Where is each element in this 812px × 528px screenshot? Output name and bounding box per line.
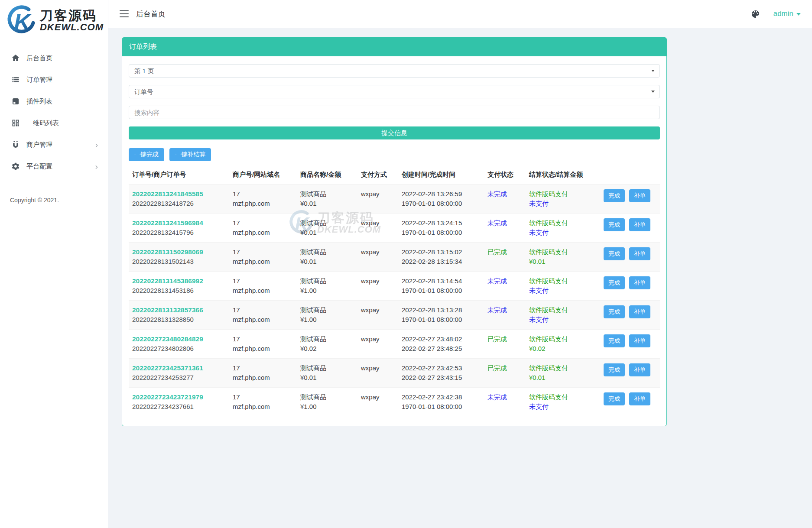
gear-icon (11, 162, 20, 171)
complete-button[interactable]: 完成 (604, 218, 625, 231)
col-header-time: 创建时间/完成时间 (398, 165, 484, 185)
sidebar-item-orders[interactable]: 订单管理 (0, 69, 108, 91)
brand-k-icon (4, 4, 36, 36)
product-name: 测试商品 (300, 334, 354, 344)
finished-time: 1970-01-01 08:00:00 (402, 402, 481, 411)
merchant-order-number: 20220228132418726 (132, 200, 194, 207)
settle-status: 软件版码支付 (529, 218, 597, 228)
sidebar-item-label: 二维码列表 (26, 119, 59, 127)
order-number-link[interactable]: 2022022813241596984 (132, 218, 226, 228)
table-row: 2022022813145386992 20220228131453186 17… (129, 272, 660, 301)
order-number-link[interactable]: 2022022723425371361 (132, 363, 226, 373)
site-domain: mzf.php.com (233, 199, 293, 208)
settle-value: 未支付 (529, 286, 597, 295)
brand-logo[interactable]: 刀客源码 DKEWL.COM (0, 0, 108, 41)
merchant-number: 17 (233, 247, 293, 257)
pay-method: wxpay (361, 218, 395, 228)
search-field-select[interactable]: 订单号 (129, 85, 660, 98)
pay-status: 已完成 (487, 363, 522, 373)
merchant-order-number: 20220227234237661 (132, 403, 194, 410)
site-domain: mzf.php.com (233, 315, 293, 324)
pay-status: 未完成 (487, 189, 522, 199)
product-amount: ¥0.01 (300, 373, 354, 382)
order-list-icon (11, 75, 20, 84)
product-name: 测试商品 (300, 392, 354, 402)
finished-time: 1970-01-01 08:00:00 (402, 228, 481, 237)
complete-button[interactable]: 完成 (604, 189, 625, 202)
created-time: 2022-02-28 13:24:15 (402, 218, 481, 228)
menu-toggle-icon[interactable] (120, 10, 129, 17)
finished-time: 1970-01-01 08:00:00 (402, 315, 481, 324)
search-input[interactable] (129, 106, 660, 119)
settle-value: ¥0.01 (529, 373, 597, 382)
col-header-settle: 结算状态/结算金额 (526, 165, 600, 185)
pay-status: 已完成 (487, 334, 522, 344)
order-table-body: 2022022813241845585 20220228132418726 17… (129, 185, 660, 417)
complete-button[interactable]: 完成 (604, 392, 625, 405)
merchant-number: 17 (233, 305, 293, 315)
resettle-button[interactable]: 补单 (629, 334, 650, 347)
sidebar-item-dashboard[interactable]: 后台首页 (0, 47, 108, 69)
order-number-link[interactable]: 2022022723480284829 (132, 334, 226, 344)
settle-status: 软件版码支付 (529, 247, 597, 257)
order-number-link[interactable]: 2022022813145386992 (132, 276, 226, 286)
sidebar-item-qrcodes[interactable]: 二维码列表 (0, 112, 108, 134)
order-number-link[interactable]: 2022022813150298069 (132, 247, 226, 257)
resettle-button[interactable]: 补单 (629, 392, 650, 405)
product-amount: ¥0.01 (300, 199, 354, 208)
settle-value: 未支付 (529, 228, 597, 237)
user-name: admin (773, 10, 793, 18)
created-time: 2022-02-27 23:42:38 (402, 392, 481, 402)
sidebar-menu: 后台首页 订单管理 插件列表 二维码列表 商户管理 (0, 41, 108, 177)
table-row: 2022022723480284829 20220227234802806 17… (129, 330, 660, 359)
sidebar-item-platform-config[interactable]: 平台配置 (0, 155, 108, 177)
settle-status: 软件版码支付 (529, 363, 597, 373)
sidebar-item-label: 插件列表 (26, 97, 52, 106)
product-name: 测试商品 (300, 276, 354, 286)
bulk-resettle-button[interactable]: 一键补结算 (169, 148, 211, 161)
table-row: 2022022723425371361 20220227234253277 17… (129, 359, 660, 388)
pay-status: 未完成 (487, 305, 522, 315)
qrcode-icon (11, 119, 20, 127)
resettle-button[interactable]: 补单 (629, 363, 650, 376)
theme-palette-icon[interactable] (750, 9, 760, 19)
table-row: 2022022813241596984 20220228132415796 17… (129, 214, 660, 243)
created-time: 2022-02-27 23:48:02 (402, 334, 481, 344)
product-amount: ¥0.01 (300, 257, 354, 266)
order-number-link[interactable]: 2022022813132857366 (132, 305, 226, 315)
merchant-number: 17 (233, 334, 293, 344)
merchant-number: 17 (233, 276, 293, 286)
resettle-button[interactable]: 补单 (629, 189, 650, 202)
bulk-complete-button[interactable]: 一键完成 (129, 148, 164, 161)
settle-status: 软件版码支付 (529, 305, 597, 315)
complete-button[interactable]: 完成 (604, 363, 625, 376)
user-dropdown[interactable]: admin (773, 10, 801, 18)
copyright-text: Copyright © 2021. (0, 186, 108, 204)
settle-value: 未支付 (529, 199, 597, 208)
site-domain: mzf.php.com (233, 402, 293, 411)
submit-button[interactable]: 提交信息 (129, 126, 660, 139)
order-number-link[interactable]: 2022022813241845585 (132, 189, 226, 199)
sidebar: 刀客源码 DKEWL.COM 后台首页 订单管理 插件列表 二维 (0, 0, 108, 528)
merchant-order-number: 20220227234802806 (132, 345, 194, 352)
resettle-button[interactable]: 补单 (629, 276, 650, 289)
chevron-right-icon (94, 142, 99, 147)
complete-button[interactable]: 完成 (604, 305, 625, 318)
complete-button[interactable]: 完成 (604, 334, 625, 347)
resettle-button[interactable]: 补单 (629, 247, 650, 260)
resettle-button[interactable]: 补单 (629, 218, 650, 231)
finished-time: 2022-02-27 23:43:15 (402, 373, 481, 382)
created-time: 2022-02-28 13:13:28 (402, 305, 481, 315)
order-list-panel: 订单列表 第 1 页 订单号 提交信息 一键完成 一键补结算 (122, 37, 667, 426)
sidebar-item-merchants[interactable]: 商户管理 (0, 134, 108, 155)
product-name: 测试商品 (300, 189, 354, 199)
complete-button[interactable]: 完成 (604, 276, 625, 289)
created-time: 2022-02-28 13:14:54 (402, 276, 481, 286)
sidebar-item-plugins[interactable]: 插件列表 (0, 91, 108, 112)
complete-button[interactable]: 完成 (604, 247, 625, 260)
page-select[interactable]: 第 1 页 (129, 64, 660, 78)
settle-status: 软件版码支付 (529, 334, 597, 344)
panel-title: 订单列表 (122, 38, 666, 56)
order-number-link[interactable]: 2022022723423721979 (132, 392, 226, 402)
resettle-button[interactable]: 补单 (629, 305, 650, 318)
